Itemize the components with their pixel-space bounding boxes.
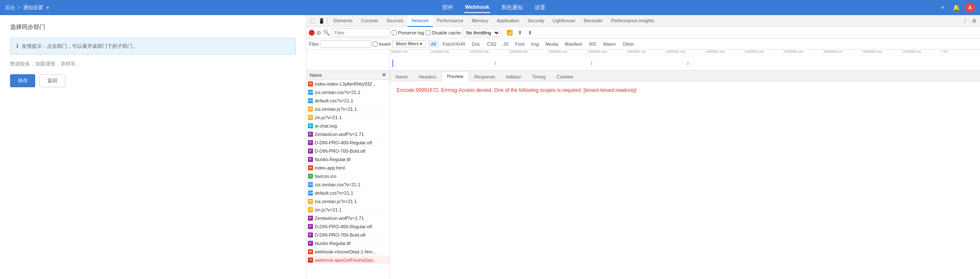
preview-tab-headers[interactable]: Headers (413, 71, 442, 81)
more-tabs-icon[interactable]: ⋮ (961, 17, 969, 25)
nav-item-sysnotify[interactable]: 系统通知 (500, 2, 524, 13)
timeline-bar (591, 61, 592, 65)
preview-tab-timing[interactable]: Timing (527, 71, 551, 81)
filter-type-css[interactable]: CSS (484, 40, 499, 48)
settings-icon[interactable]: ⚙ (970, 17, 978, 25)
breadcrumb: 后台 > 通知设置 ▼ (5, 4, 50, 11)
filter-search-input[interactable] (321, 40, 371, 48)
devtools-tab-performance-insights[interactable]: Performance insights (607, 15, 658, 27)
devtools-tab-performance[interactable]: Performance (433, 15, 468, 27)
devtools-tab-security[interactable]: Security (523, 15, 548, 27)
name-list-item[interactable]: FZentaoIcon.woff?v=1.71 (306, 130, 390, 138)
name-list-item[interactable]: Ifavicon.ico (306, 172, 390, 180)
filter-bar: Filter Invert More filters ▾ AllFetch/XH… (306, 39, 980, 50)
name-list-header: Name ✕ (306, 70, 390, 80)
devtools-tab-console[interactable]: Console (357, 15, 382, 27)
devtools-tab-recorder[interactable]: Recorder (579, 15, 607, 27)
name-list-item[interactable]: FD-DIN-PRO-400-Regular.otf (306, 222, 390, 231)
devtools-tab-sources[interactable]: Sources (382, 15, 407, 27)
name-list-item[interactable]: JSzui.zentao.js?v=21.1 (306, 105, 390, 113)
name-list-item[interactable]: JSzin.js?v=21.1 (306, 113, 390, 122)
more-filters-button[interactable]: More filters ▾ (392, 40, 426, 48)
name-list-item[interactable]: FD-DIN-PRO-400-Regular.otf (306, 138, 390, 147)
name-list-item[interactable]: Hwebhook-chooseDept-1.htm... (306, 248, 390, 256)
device-icon[interactable]: 📱 (317, 17, 326, 25)
name-list-item[interactable]: FNunito-Regular.ttf (306, 155, 390, 164)
font-icon: F (308, 132, 313, 137)
back-button[interactable]: 返回 (39, 74, 65, 87)
add-icon[interactable]: ＋ (938, 3, 947, 12)
filter-icon[interactable]: 🔍 (323, 29, 330, 36)
save-button[interactable]: 保存 (10, 74, 35, 87)
filter-type-manifest[interactable]: Manifest (562, 40, 585, 48)
filter-input[interactable] (331, 29, 390, 37)
filter-type-ws[interactable]: WS (586, 40, 599, 48)
devtools-panel: ⬚ 📱 ElementsConsoleSourcesNetworkPerform… (306, 15, 980, 279)
preserve-log-label[interactable]: Preserve log (392, 30, 424, 35)
home-link[interactable]: 后台 (5, 4, 15, 11)
preview-tab-name[interactable]: Name (390, 71, 413, 81)
preview-tab-response[interactable]: Response (469, 71, 501, 81)
name-list-item[interactable]: Sai-chat.svg (306, 122, 390, 130)
import-icon[interactable]: ⬆ (516, 29, 524, 37)
filter-type-all[interactable]: All (428, 40, 439, 48)
devtools-tab-network[interactable]: Network (408, 15, 433, 27)
filter-type-other[interactable]: Other (620, 40, 637, 48)
filter-type-js[interactable]: JS (500, 40, 512, 48)
invert-toggle[interactable]: Invert (372, 42, 390, 47)
disable-cache-label[interactable]: Disable cache (426, 30, 461, 35)
devtools-tab-application[interactable]: Application (493, 15, 524, 27)
preview-tab-preview[interactable]: Preview (442, 71, 469, 81)
preview-tab-initiator[interactable]: Initiator (501, 71, 527, 81)
avatar[interactable]: A (965, 3, 975, 13)
name-list-item[interactable]: CSSzui.zentao.css?v=21.1 (306, 88, 390, 96)
name-list-item[interactable]: CSSdefault.css?v=21.1 (306, 189, 390, 197)
file-name: zin.js?v=21.1 (315, 115, 388, 120)
export-icon[interactable]: ⬇ (526, 29, 534, 37)
preserve-log-checkbox[interactable] (392, 30, 397, 35)
wifi-icon[interactable]: 📶 (506, 29, 514, 37)
nav-item-settings[interactable]: 设置 (534, 2, 546, 13)
name-list-item[interactable]: FD-DIN-PRO-700-Bold.otf (306, 231, 390, 239)
img-icon: I (308, 174, 313, 179)
name-list-item[interactable]: Hindex-app.html (306, 164, 390, 172)
throttle-select[interactable]: No throttling (463, 29, 500, 37)
timeline-content[interactable]: 50000 ms100000 ms150000 ms200000 ms25000… (390, 50, 980, 70)
devtools-tab-lighthouse[interactable]: Lighthouse (548, 15, 579, 27)
name-list-item[interactable]: FZentaoIcon.woff?v=1.71 (306, 214, 390, 222)
dropdown-icon[interactable]: ▼ (46, 5, 50, 10)
name-list-item[interactable]: JSzin.js?v=21.1 (306, 206, 390, 214)
nav-item-webhook[interactable]: Webhook (464, 2, 490, 13)
name-list-item[interactable]: Hindex-index-L3plbnRhby93Z... (306, 80, 390, 88)
close-icon[interactable]: ✕ (382, 72, 386, 78)
clear-button[interactable]: ⊘ (316, 29, 321, 36)
file-name: D-DIN-PRO-700-Bold.otf (315, 149, 388, 154)
name-list-item[interactable]: JSzui.zentao.js?v=21.1 (306, 197, 390, 206)
devtools-tab-memory[interactable]: Memory (468, 15, 493, 27)
file-name: zui.zentao.js?v=21.1 (315, 107, 388, 112)
disable-cache-checkbox[interactable] (426, 30, 431, 35)
timeline-tick: 400000 ms (665, 50, 705, 56)
filter-type-doc[interactable]: Doc (469, 40, 483, 48)
font-icon: F (308, 157, 313, 162)
filter-type-media[interactable]: Media (543, 40, 561, 48)
name-list-items: Hindex-index-L3plbnRhby93Z...CSSzui.zent… (306, 80, 390, 264)
bell-icon[interactable]: 🔔 (952, 3, 961, 12)
devtools-tab-elements[interactable]: Elements (329, 15, 357, 27)
filter-type-wasm[interactable]: Wasm (600, 40, 619, 48)
timeline-tick: 600000 ms (822, 50, 862, 56)
name-list-item[interactable]: FNunito-Regular.ttf (306, 239, 390, 248)
filter-type-font[interactable]: Font (512, 40, 527, 48)
invert-checkbox[interactable] (372, 42, 378, 47)
inspect-icon[interactable]: ⬚ (308, 17, 316, 25)
name-list-item[interactable]: CSSzui.zentao.css?v=21.1 (306, 180, 390, 189)
nav-item-parts[interactable]: 部件 (442, 2, 454, 13)
name-list-item[interactable]: FD-DIN-PRO-700-Bold.otf (306, 147, 390, 155)
name-list-item[interactable]: ✕webhook-ajaxGetFeishuDep... (306, 256, 390, 264)
filter-type-fetch-xhr[interactable]: Fetch/XHR (440, 40, 468, 48)
record-button[interactable] (309, 30, 315, 36)
preview-tab-cookies[interactable]: Cookies (551, 71, 579, 81)
timeline-tick: 750 (941, 50, 980, 56)
name-list-item[interactable]: CSSdefault.css?v=21.1 (306, 96, 390, 105)
filter-type-img[interactable]: Img (528, 40, 542, 48)
